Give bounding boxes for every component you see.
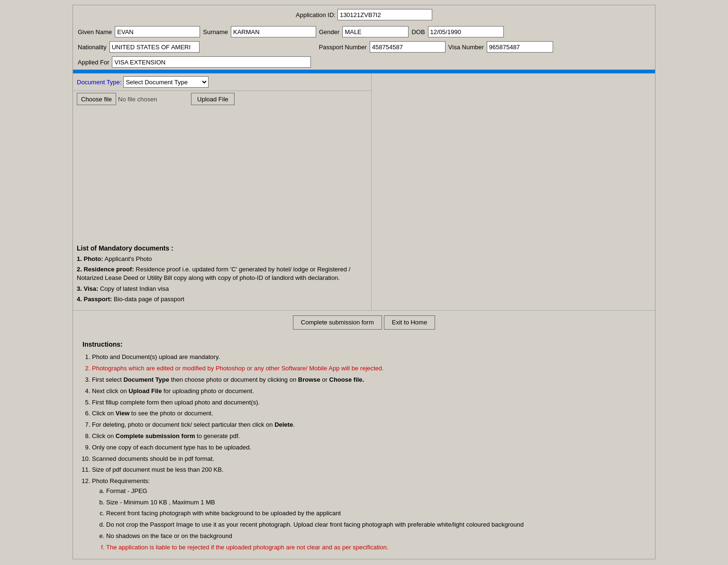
instruction-6: Click on View to see the photo or docume…: [92, 409, 646, 419]
nationality-input[interactable]: [109, 41, 200, 53]
surname-label: Surname: [203, 28, 228, 36]
instruction-7: For deleting, photo or document tick/ se…: [92, 420, 646, 430]
visa-number-label: Visa Number: [448, 44, 484, 51]
upload-file-button[interactable]: Upload File: [191, 93, 235, 105]
instruction-1: Photo and Document(s) upload are mandato…: [92, 352, 646, 362]
form-container: Application ID: Given Name Surname Gende…: [73, 5, 655, 559]
file-upload-row: Choose file No file chosen Upload File: [73, 91, 371, 107]
visa-number-input[interactable]: [487, 41, 553, 53]
bottom-buttons-row: Complete submission form Exit to Home: [73, 310, 655, 334]
choose-file-button[interactable]: Choose file: [77, 93, 116, 105]
instructions-section: Instructions: Photo and Document(s) uplo…: [73, 334, 655, 559]
app-id-label: Application ID:: [296, 11, 336, 18]
instruction-9: Only one copy of each document type has …: [92, 443, 646, 453]
photo-requirements-list: Format - JPEG Size - Minimum 10 KB , Max…: [92, 486, 646, 553]
instruction-5: First fillup complete form then upload p…: [92, 398, 646, 408]
app-id-row: Application ID:: [73, 5, 655, 24]
mandatory-item-4: 4. Passport: Bio-data page of passport: [77, 295, 367, 304]
instruction-2: Photographs which are edited or modified…: [92, 364, 646, 374]
gender-input[interactable]: [342, 26, 409, 37]
photo-req-c: Recent front facing photograph with whit…: [106, 509, 646, 519]
given-name-label: Given Name: [78, 28, 112, 36]
photo-req-b: Size - Minimum 10 KB , Maximum 1 MB: [106, 498, 646, 508]
passport-label: Passport Number: [319, 44, 367, 51]
instruction-11: Size of pdf document must be less than 2…: [92, 465, 646, 475]
doc-type-row: Document Type: Select Document Type: [73, 73, 371, 91]
dob-label: DOB: [411, 28, 425, 36]
mandatory-item-1: 1. Photo: Applicant's Photo: [77, 255, 367, 263]
surname-input[interactable]: [231, 26, 316, 37]
page-wrapper: Application ID: Given Name Surname Gende…: [0, 0, 728, 565]
mandatory-item-3-num: 3.: [77, 285, 82, 292]
instructions-list: Photo and Document(s) upload are mandato…: [82, 352, 646, 552]
mandatory-item-1-desc: Applicant's Photo: [105, 255, 152, 262]
instruction-10: Scanned documents should be in pdf forma…: [92, 454, 646, 464]
given-name-input[interactable]: [115, 26, 200, 37]
instruction-4: Next click on Upload File for uploading …: [92, 386, 646, 396]
mandatory-docs-title: List of Mandatory documents :: [77, 244, 367, 252]
doc-type-select[interactable]: Select Document Type: [123, 76, 209, 88]
blue-divider: [73, 70, 655, 73]
mandatory-item-2-title: Residence proof:: [83, 266, 134, 273]
applied-for-input[interactable]: [112, 56, 311, 68]
mandatory-docs-list: List of Mandatory documents : 1. Photo: …: [73, 240, 371, 310]
instruction-12: Photo Requirements: Format - JPEG Size -…: [92, 476, 646, 553]
mandatory-item-2-num: 2.: [77, 266, 82, 273]
photo-req-f: The application is liable to be rejected…: [106, 543, 646, 553]
exit-to-home-button[interactable]: Exit to Home: [384, 315, 435, 330]
right-panel: [372, 73, 655, 310]
nationality-label: Nationality: [78, 44, 107, 51]
photo-req-a: Format - JPEG: [106, 486, 646, 496]
instruction-3: First select Document Type then choose p…: [92, 375, 646, 385]
mandatory-item-1-num: 1.: [77, 255, 82, 262]
instructions-title: Instructions:: [82, 339, 646, 350]
mandatory-item-4-title: Passport:: [83, 296, 112, 303]
applied-row: Applied For: [73, 54, 655, 70]
mandatory-item-2: 2. Residence proof: Residence proof i.e.…: [77, 265, 367, 282]
mandatory-item-3-title: Visa:: [83, 285, 98, 292]
passport-input[interactable]: [370, 41, 446, 53]
photo-req-d: Do not crop the Passport Image to use it…: [106, 520, 646, 530]
left-panel: Document Type: Select Document Type Choo…: [73, 73, 372, 310]
instruction-8: Click on Complete submission form to gen…: [92, 431, 646, 441]
complete-submission-button[interactable]: Complete submission form: [293, 315, 382, 330]
main-content-area: Document Type: Select Document Type Choo…: [73, 73, 655, 310]
doc-type-label: Document Type:: [77, 79, 121, 86]
gender-label: Gender: [319, 28, 339, 36]
mandatory-item-3: 3. Visa: Copy of latest Indian visa: [77, 285, 367, 293]
name-row: Given Name Surname Gender DOB: [73, 24, 655, 39]
document-preview-area: [73, 107, 371, 240]
mandatory-item-1-title: Photo:: [83, 255, 103, 262]
file-chosen-text: No file chosen: [118, 96, 189, 103]
nationality-row: Nationality Passport Number Visa Number: [73, 39, 655, 54]
mandatory-item-3-desc: Copy of latest Indian visa: [100, 285, 169, 292]
photo-req-e: No shadows on the face or on the backgro…: [106, 531, 646, 541]
mandatory-item-4-desc: Bio-data page of passport: [114, 296, 184, 303]
applied-for-label: Applied For: [78, 59, 109, 66]
mandatory-item-4-num: 4.: [77, 296, 82, 303]
app-id-input[interactable]: [337, 9, 432, 20]
dob-input[interactable]: [428, 26, 504, 37]
